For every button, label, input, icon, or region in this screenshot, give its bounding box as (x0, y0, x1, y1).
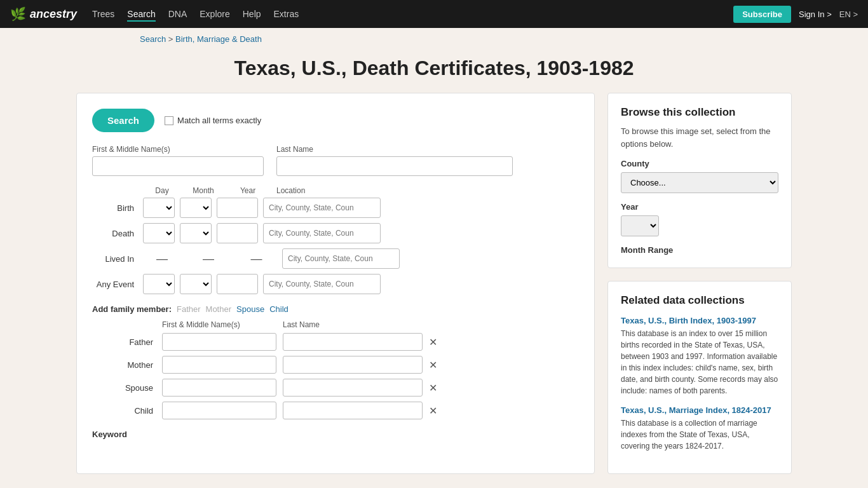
breadcrumb-current[interactable]: Birth, Marriage & Death (175, 34, 262, 44)
last-name-input[interactable] (276, 156, 513, 176)
subscribe-button[interactable]: Subscribe (733, 6, 791, 23)
browse-title: Browse this collection (621, 106, 778, 119)
livedin-month-dash: — (186, 252, 231, 266)
last-name-group: Last Name (276, 145, 513, 176)
death-label: Death (92, 229, 143, 238)
child-label: Child (92, 406, 162, 416)
month-range-label: Month Range (621, 245, 778, 255)
birth-day-select[interactable] (143, 198, 175, 218)
first-middle-input[interactable] (92, 156, 264, 176)
breadcrumb-search[interactable]: Search (140, 34, 166, 44)
livedin-cells: — — — (143, 248, 400, 269)
death-day-select[interactable] (143, 223, 175, 243)
spouse-row: Spouse ✕ (92, 379, 579, 396)
anyevent-cells (143, 274, 381, 294)
year-label: Year (621, 202, 778, 212)
nav-trees[interactable]: Trees (92, 6, 114, 22)
keyword-label: Keyword (92, 430, 579, 439)
navigation: 🌿 ancestry Trees Search DNA Explore Help… (0, 0, 868, 28)
name-row: First & Middle Name(s) Last Name (92, 145, 579, 176)
spouse-last-input[interactable] (283, 379, 423, 396)
match-text: Match all terms exactly (177, 116, 261, 125)
anyevent-location-input[interactable] (263, 274, 381, 294)
event-header: Day Month Year Location (92, 186, 579, 195)
livedin-day-dash: — (143, 252, 181, 266)
family-header: Add family member: Father Mother Spouse … (92, 304, 579, 314)
nav-explore[interactable]: Explore (200, 6, 229, 22)
birth-month-select[interactable] (180, 198, 212, 218)
livedin-row: Lived In — — — (92, 248, 579, 269)
county-label: County (621, 159, 778, 168)
nav-dna[interactable]: DNA (168, 6, 187, 22)
logo[interactable]: 🌿 ancestry (10, 6, 77, 22)
language-selector[interactable]: EN > (839, 10, 858, 19)
livedin-location-input[interactable] (282, 248, 400, 269)
related-card: Related data collections Texas, U.S., Bi… (607, 281, 792, 474)
mother-remove-button[interactable]: ✕ (426, 359, 440, 371)
related-link-1[interactable]: Texas, U.S., Marriage Index, 1824-2017 (621, 405, 778, 415)
add-family-label: Add family member: (92, 304, 172, 314)
mother-first-input[interactable] (162, 356, 276, 374)
related-title: Related data collections (621, 294, 778, 307)
family-names-header: First & Middle Name(s) Last Name (92, 320, 579, 329)
nav-right: Subscribe Sign In > EN > (733, 6, 858, 23)
father-first-input[interactable] (162, 333, 276, 351)
father-last-input[interactable] (283, 333, 423, 351)
birth-label: Birth (92, 203, 143, 213)
related-link-0[interactable]: Texas, U.S., Birth Index, 1903-1997 (621, 316, 778, 325)
anyevent-day-select[interactable] (143, 274, 175, 294)
death-location-input[interactable] (263, 223, 381, 243)
child-remove-button[interactable]: ✕ (426, 405, 440, 417)
main-layout: Search Match all terms exactly First & M… (0, 93, 868, 488)
first-name-group: First & Middle Name(s) (92, 145, 264, 176)
death-cells (143, 223, 381, 243)
mother-row: Mother ✕ (92, 356, 579, 374)
year-header: Year (226, 186, 270, 195)
signin-link[interactable]: Sign In > (799, 10, 832, 19)
mother-label: Mother (92, 360, 162, 370)
search-panel: Search Match all terms exactly First & M… (76, 93, 595, 474)
family-father-link[interactable]: Father (177, 304, 201, 314)
spouse-first-input[interactable] (162, 379, 276, 396)
spouse-remove-button[interactable]: ✕ (426, 382, 440, 394)
right-panel: Browse this collection To browse this im… (607, 93, 792, 474)
family-first-col-header: First & Middle Name(s) (162, 320, 276, 329)
match-label[interactable]: Match all terms exactly (165, 116, 261, 125)
family-mother-link[interactable]: Mother (206, 304, 231, 314)
death-year-input[interactable] (217, 223, 258, 243)
search-button[interactable]: Search (92, 109, 154, 132)
match-checkbox[interactable] (165, 116, 173, 125)
family-child-link[interactable]: Child (269, 304, 288, 314)
family-last-col-header: Last Name (283, 320, 423, 329)
nav-extras[interactable]: Extras (274, 6, 299, 22)
year-select[interactable] (621, 215, 659, 236)
first-middle-label: First & Middle Name(s) (92, 145, 264, 154)
death-month-select[interactable] (180, 223, 212, 243)
nav-search[interactable]: Search (127, 6, 155, 22)
anyevent-year-input[interactable] (217, 274, 258, 294)
page-title: Texas, U.S., Death Certificates, 1903-19… (0, 50, 868, 93)
last-name-label: Last Name (276, 145, 513, 154)
mother-last-input[interactable] (283, 356, 423, 374)
father-label: Father (92, 337, 162, 347)
family-spouse-link[interactable]: Spouse (236, 304, 264, 314)
breadcrumb: Search > Birth, Marriage & Death (0, 28, 868, 50)
anyevent-month-select[interactable] (180, 274, 212, 294)
month-header: Month (181, 186, 226, 195)
anyevent-label: Any Event (92, 280, 143, 289)
breadcrumb-separator: > (168, 34, 175, 44)
birth-year-input[interactable] (217, 198, 258, 218)
father-remove-button[interactable]: ✕ (426, 336, 440, 348)
search-top: Search Match all terms exactly (92, 109, 579, 132)
browse-desc: To browse this image set, select from th… (621, 125, 778, 150)
livedin-label: Lived In (92, 254, 143, 264)
birth-location-input[interactable] (263, 198, 381, 218)
county-select[interactable]: Choose... (621, 172, 778, 193)
child-first-input[interactable] (162, 402, 276, 419)
nav-links: Trees Search DNA Explore Help Extras (92, 6, 718, 22)
logo-icon: 🌿 (10, 6, 26, 22)
day-header: Day (143, 186, 181, 195)
spouse-label: Spouse (92, 383, 162, 393)
nav-help[interactable]: Help (243, 6, 261, 22)
child-last-input[interactable] (283, 402, 423, 419)
